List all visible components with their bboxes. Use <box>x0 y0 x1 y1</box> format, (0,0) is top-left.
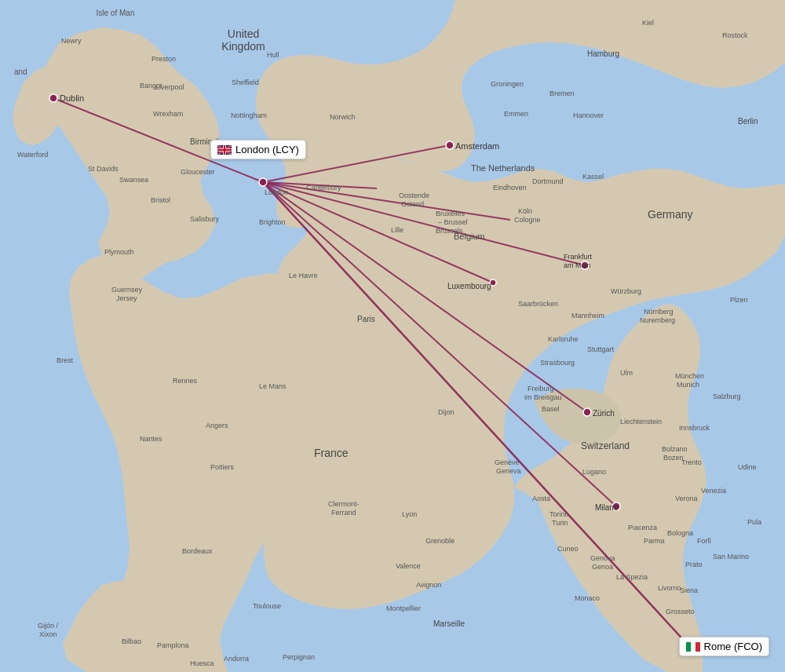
svg-text:Gloucester: Gloucester <box>181 168 215 176</box>
svg-text:Salzburg: Salzburg <box>713 393 741 400</box>
svg-text:Milano: Milano <box>595 503 619 512</box>
svg-text:Munich: Munich <box>677 381 699 389</box>
svg-text:Newry: Newry <box>61 37 82 45</box>
svg-rect-148 <box>686 642 691 652</box>
svg-text:Innsbruck: Innsbruck <box>679 424 710 432</box>
svg-text:Freiburg: Freiburg <box>528 385 554 393</box>
svg-text:Köln: Köln <box>518 207 532 215</box>
svg-text:Mannheim: Mannheim <box>571 312 604 320</box>
svg-text:Waterford: Waterford <box>17 151 48 159</box>
svg-text:Xixon: Xixon <box>39 630 57 638</box>
svg-text:Dortmund: Dortmund <box>532 177 564 185</box>
svg-text:Trento: Trento <box>681 458 702 466</box>
svg-rect-150 <box>696 642 700 652</box>
svg-text:United: United <box>228 27 259 40</box>
svg-text:Preston: Preston <box>152 55 176 63</box>
svg-text:am Main: am Main <box>564 261 591 269</box>
svg-text:Prato: Prato <box>685 561 703 568</box>
svg-text:Frankfurt: Frankfurt <box>564 253 593 261</box>
svg-text:Stuttgart: Stuttgart <box>587 345 615 353</box>
svg-text:Kingdom: Kingdom <box>221 40 265 53</box>
svg-text:Groningen: Groningen <box>491 80 524 88</box>
svg-text:St Davids: St Davids <box>88 165 119 173</box>
svg-text:Bolzano: Bolzano <box>662 445 688 453</box>
rome-label: Rome (FCO) <box>679 637 769 656</box>
svg-text:Dijon: Dijon <box>438 408 455 416</box>
svg-text:München: München <box>675 372 704 380</box>
svg-text:Pula: Pula <box>747 518 761 526</box>
svg-text:Poitiers: Poitiers <box>210 463 235 471</box>
svg-text:Berlin: Berlin <box>738 117 758 126</box>
svg-text:Lille: Lille <box>391 226 403 234</box>
svg-text:Swansea: Swansea <box>119 176 148 184</box>
svg-text:Nuremberg: Nuremberg <box>640 316 675 324</box>
svg-text:Nürnberg: Nürnberg <box>644 308 674 316</box>
svg-text:Marseille: Marseille <box>433 619 465 628</box>
svg-text:Plzen: Plzen <box>730 296 748 304</box>
svg-text:Le Mans: Le Mans <box>259 382 287 390</box>
svg-text:Monaco: Monaco <box>575 594 600 602</box>
svg-text:Bremen: Bremen <box>550 89 575 97</box>
svg-text:Kassel: Kassel <box>582 173 604 181</box>
svg-text:Basel: Basel <box>542 405 560 413</box>
svg-text:Würzburg: Würzburg <box>611 287 641 295</box>
svg-text:Genova: Genova <box>590 554 615 562</box>
svg-text:Brighton: Brighton <box>259 218 286 226</box>
svg-text:Rostock: Rostock <box>722 31 748 39</box>
svg-text:Angers: Angers <box>206 422 228 429</box>
svg-text:Paris: Paris <box>357 315 375 323</box>
svg-text:Venezia: Venezia <box>701 487 726 495</box>
svg-text:Hannover: Hannover <box>573 111 604 119</box>
map-svg: Isle of Man United Kingdom and Newry Pre… <box>0 0 785 672</box>
svg-text:Montpellier: Montpellier <box>386 604 421 612</box>
svg-text:Wrexham: Wrexham <box>153 110 183 118</box>
svg-text:Genoa: Genoa <box>592 563 613 571</box>
svg-text:Piacenza: Piacenza <box>628 524 657 531</box>
svg-text:Strasbourg: Strasbourg <box>540 359 575 367</box>
svg-text:Bristol: Bristol <box>151 196 170 204</box>
svg-text:Verona: Verona <box>675 495 698 502</box>
svg-text:Liechtenstein: Liechtenstein <box>620 418 662 425</box>
svg-text:Torino: Torino <box>550 510 569 518</box>
svg-text:Pamplona: Pamplona <box>157 641 189 649</box>
svg-text:Valence: Valence <box>396 562 421 570</box>
svg-text:im Breisgau: im Breisgau <box>524 393 562 401</box>
svg-text:Bozen: Bozen <box>663 454 684 462</box>
svg-text:Lyon: Lyon <box>402 510 417 518</box>
svg-point-17 <box>49 94 57 102</box>
svg-text:Perpignan: Perpignan <box>283 653 315 661</box>
svg-text:Bruxelles: Bruxelles <box>436 210 466 217</box>
svg-text:Huesca: Huesca <box>190 659 214 667</box>
uk-flag-icon <box>217 145 232 155</box>
svg-text:Gijón /: Gijón / <box>38 622 59 630</box>
svg-text:Kiel: Kiel <box>642 19 654 27</box>
london-label: London (LCY) <box>210 140 306 159</box>
svg-point-35 <box>446 141 454 149</box>
svg-text:Emmen: Emmen <box>504 110 528 118</box>
svg-text:Jersey: Jersey <box>116 294 137 302</box>
svg-text:Karlsruhe: Karlsruhe <box>548 335 579 343</box>
svg-text:Aosta: Aosta <box>532 495 550 502</box>
svg-text:Oostende: Oostende <box>399 192 429 199</box>
svg-text:La Spezia: La Spezia <box>616 573 648 581</box>
svg-text:Rennes: Rennes <box>173 377 198 385</box>
svg-rect-149 <box>691 642 696 652</box>
svg-text:Belgium: Belgium <box>454 232 485 241</box>
svg-text:Saarbrücken: Saarbrücken <box>518 300 558 308</box>
svg-text:San Marino: San Marino <box>713 553 749 561</box>
svg-text:Cologne: Cologne <box>514 216 541 224</box>
svg-text:Clermont-: Clermont- <box>328 500 360 508</box>
rome-label-text: Rome (FCO) <box>704 641 762 652</box>
svg-text:Bilbao: Bilbao <box>122 637 141 645</box>
svg-text:Le Havre: Le Havre <box>289 272 318 279</box>
svg-text:Livorno: Livorno <box>658 584 681 592</box>
svg-text:Dublin: Dublin <box>60 93 84 103</box>
svg-text:Isle of Man: Isle of Man <box>97 9 135 17</box>
svg-text:Liverpool: Liverpool <box>155 83 184 91</box>
svg-text:Grosseto: Grosseto <box>666 608 695 615</box>
svg-text:Bologna: Bologna <box>667 529 693 537</box>
svg-text:Salisbury: Salisbury <box>190 215 220 223</box>
london-label-text: London (LCY) <box>236 144 299 155</box>
svg-text:Hamburg: Hamburg <box>587 49 619 58</box>
svg-text:Avignon: Avignon <box>416 581 441 589</box>
